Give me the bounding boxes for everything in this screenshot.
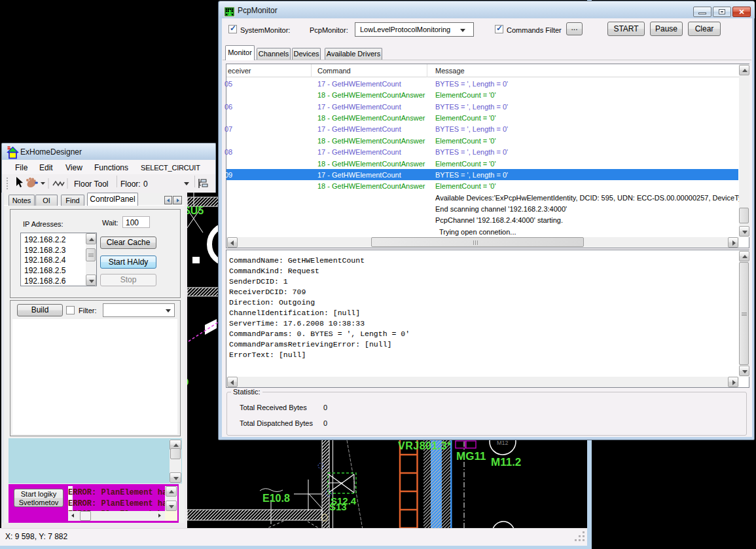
svg-text:E10.8: E10.8 <box>262 493 290 504</box>
svg-text:M11.2: M11.2 <box>491 456 521 468</box>
svg-text:S13: S13 <box>329 501 347 512</box>
svg-text:VRJ801.3*: VRJ801.3* <box>398 440 452 451</box>
svg-text:M12: M12 <box>497 440 509 446</box>
svg-text:MG11: MG11 <box>456 450 486 463</box>
